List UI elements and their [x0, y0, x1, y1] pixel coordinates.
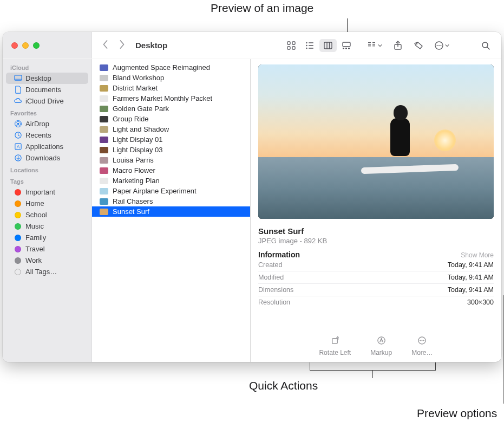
callout-preview-image: Preview of an image [211, 2, 313, 15]
preview-subtitle: JPEG image - 892 KB [258, 237, 494, 245]
sidebar-item-desktop[interactable]: Desktop [6, 73, 88, 84]
more-actions-icon[interactable] [434, 41, 449, 50]
quick-action-label: Rotate Left [319, 349, 351, 356]
svg-rect-40 [332, 339, 337, 343]
file-row[interactable]: Bland Workshop [92, 73, 250, 83]
sidebar-item-label: All Tags… [25, 268, 57, 276]
file-name: Farmers Market Monthly Packet [113, 94, 212, 102]
svg-point-4 [306, 42, 307, 43]
file-row[interactable]: Rail Chasers [92, 196, 250, 206]
tag-color-icon [14, 246, 22, 252]
file-row[interactable]: Farmers Market Monthly Packet [92, 93, 250, 103]
window-controls [3, 32, 92, 59]
sidebar-tag-item[interactable]: Music [6, 221, 88, 232]
svg-rect-14 [343, 48, 344, 49]
file-name: Louisa Parris [113, 156, 154, 164]
file-name: Group Ride [113, 115, 148, 123]
sidebar-item-label: Important [25, 188, 55, 196]
file-row[interactable]: Light Display 01 [92, 134, 250, 145]
search-icon[interactable] [481, 41, 490, 50]
file-row[interactable]: Paper Airplane Experiment [92, 186, 250, 196]
tag-color-icon [14, 257, 22, 264]
svg-rect-22 [372, 46, 375, 46]
view-list[interactable] [301, 39, 318, 52]
nav-forward-icon[interactable] [119, 40, 126, 51]
file-name: District Market [113, 84, 158, 92]
file-thumbnail-icon [100, 198, 108, 205]
file-row[interactable]: Marketing Plan [92, 176, 250, 186]
file-row[interactable]: Group Ride [92, 114, 250, 124]
file-thumbnail-icon [100, 75, 108, 81]
file-thumbnail-icon [100, 106, 108, 112]
info-header: Information [258, 250, 300, 259]
sidebar-item-airdrop[interactable]: AirDrop [6, 118, 88, 129]
file-row[interactable]: Golden Gate Park [92, 103, 250, 114]
svg-rect-21 [372, 44, 375, 44]
sidebar-item-documents[interactable]: Documents [6, 84, 88, 95]
svg-point-27 [438, 45, 440, 46]
file-name: Golden Gate Park [113, 105, 169, 113]
sidebar-tag-item[interactable]: School [6, 209, 88, 221]
more-quick-actions-button[interactable]: More… [411, 336, 433, 356]
sidebar-item-icloud-drive[interactable]: iCloud Drive [6, 95, 88, 107]
rotate-left-button[interactable]: Rotate Left [319, 336, 351, 356]
close-window[interactable] [11, 42, 18, 49]
file-row[interactable]: Louisa Parris [92, 155, 250, 165]
sidebar-section-favorites: Favorites [3, 107, 91, 118]
info-key: Created [258, 261, 282, 269]
markup-button[interactable]: Markup [370, 336, 392, 356]
svg-text:A: A [16, 144, 20, 150]
view-columns[interactable] [319, 39, 337, 52]
sidebar-item-label: Downloads [25, 154, 60, 162]
sidebar: iCloud Desktop Documents iCloud Drive Fa… [3, 59, 92, 362]
sidebar-item-downloads[interactable]: Downloads [6, 152, 88, 164]
file-row[interactable]: Augmented Space Reimagined [92, 62, 250, 73]
sidebar-item-label: Applications [25, 142, 63, 151]
callout-bracket-quick-actions [310, 362, 436, 371]
view-icon-grid[interactable] [283, 39, 300, 52]
sidebar-tag-item[interactable]: Family [6, 232, 88, 243]
file-row[interactable]: Sunset Surf [92, 206, 250, 217]
svg-rect-20 [372, 42, 375, 43]
sidebar-tag-item[interactable]: Home [6, 198, 88, 209]
window-body: iCloud Desktop Documents iCloud Drive Fa… [3, 59, 501, 362]
sidebar-item-label: Documents [25, 86, 61, 94]
file-row[interactable]: District Market [92, 83, 250, 93]
tag-icon[interactable] [414, 41, 423, 50]
file-row[interactable]: Light Display 03 [92, 145, 250, 155]
group-by-icon[interactable] [367, 41, 382, 50]
file-row[interactable]: Light and Shadow [92, 124, 250, 134]
file-column: Augmented Space ReimaginedBland Workshop… [92, 59, 251, 362]
view-gallery[interactable] [338, 39, 355, 52]
svg-rect-13 [343, 42, 350, 47]
markup-icon [377, 336, 386, 347]
minimize-window[interactable] [22, 42, 29, 49]
sidebar-tag-item[interactable]: Important [6, 186, 88, 198]
sidebar-item-label: School [25, 211, 47, 219]
share-icon[interactable] [393, 41, 403, 50]
file-name: Light Display 03 [113, 146, 163, 154]
nav-back-icon[interactable] [102, 40, 109, 51]
file-name: Sunset Surf [113, 207, 149, 216]
sidebar-tag-item[interactable]: All Tags… [6, 266, 88, 277]
show-more-button[interactable]: Show More [461, 251, 494, 259]
preview-filename: Sunset Surf [258, 226, 494, 236]
document-icon [14, 86, 22, 94]
sidebar-item-recents[interactable]: Recents [6, 129, 88, 141]
file-name: Paper Airplane Experiment [113, 187, 197, 195]
cloud-icon [14, 97, 22, 105]
sidebar-tag-item[interactable]: Travel [6, 243, 88, 255]
svg-rect-15 [345, 48, 347, 49]
file-name: Augmented Space Reimagined [113, 63, 210, 72]
fullscreen-window[interactable] [33, 42, 40, 49]
airdrop-icon [14, 120, 22, 128]
sidebar-item-applications[interactable]: A Applications [6, 141, 88, 152]
window-title: Desktop [135, 41, 172, 50]
file-row[interactable]: Macro Flower [92, 165, 250, 176]
svg-rect-2 [287, 47, 290, 49]
quick-actions: Rotate Left Markup More… [258, 328, 494, 356]
sidebar-tag-item[interactable]: Work [6, 255, 88, 266]
info-row: ModifiedToday, 9:41 AM [258, 271, 494, 283]
file-name: Bland Workshop [113, 74, 164, 82]
sidebar-section-tags: Tags [3, 175, 91, 186]
